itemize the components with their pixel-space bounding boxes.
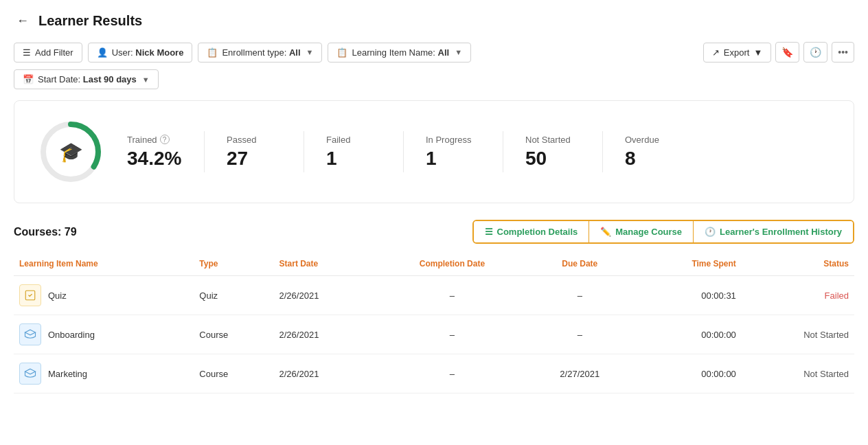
stats-card: 🎓 Trained ? 34.2% Passed 27 Failed 1 In … xyxy=(14,100,854,203)
courses-table: Learning Item Name Type Start Date Compl… xyxy=(14,252,854,393)
chevron-down-icon: ▼ xyxy=(306,48,314,56)
learning-item-icon: 📋 xyxy=(336,47,347,58)
item-status: Failed xyxy=(742,276,854,315)
item-type: Quiz xyxy=(194,276,273,315)
col-time-spent: Time Spent xyxy=(630,252,741,276)
export-button[interactable]: ↗ Export ▼ xyxy=(703,43,771,62)
export-icon: ↗ xyxy=(712,47,720,58)
item-status: Not Started xyxy=(742,354,854,393)
back-button[interactable]: ← xyxy=(14,11,32,31)
overdue-stat: Overdue 8 xyxy=(625,135,680,170)
learning-item-filter-button[interactable]: 📋 Learning Item Name: All ▼ xyxy=(328,43,471,62)
col-learning-item-name: Learning Item Name xyxy=(14,252,194,276)
chevron-down-icon-2: ▼ xyxy=(455,48,462,56)
item-start-date: 2/26/2021 xyxy=(274,354,376,393)
enrollment-icon: 📋 xyxy=(207,47,218,58)
course-icon xyxy=(19,363,41,385)
table-row: Onboarding Course 2/26/2021 – – 00:00:00… xyxy=(14,315,854,354)
item-status: Not Started xyxy=(742,315,854,354)
table-row: Marketing Course 2/26/2021 – 2/27/2021 0… xyxy=(14,354,854,393)
action-buttons-group: ☰ Completion Details ✏️ Manage Course 🕐 … xyxy=(472,220,854,244)
page-title: Learner Results xyxy=(38,13,142,29)
start-date-filter-button[interactable]: 📅 Start Date: Last 90 days ▼ xyxy=(14,69,159,89)
divider-1 xyxy=(204,131,205,172)
item-completion-date: – xyxy=(376,276,529,315)
col-type: Type xyxy=(194,252,273,276)
not-started-stat: Not Started 50 xyxy=(525,135,580,170)
enrollment-type-filter-button[interactable]: 📋 Enrollment type: All ▼ xyxy=(198,43,322,62)
col-start-date: Start Date xyxy=(274,252,376,276)
item-due-date: 2/27/2021 xyxy=(529,354,630,393)
filter-icon: ☰ xyxy=(23,47,31,58)
export-chevron-icon: ▼ xyxy=(753,47,762,58)
clock-history-icon: 🕐 xyxy=(705,227,716,237)
divider-2 xyxy=(304,131,304,172)
history-button[interactable]: 🕐 xyxy=(803,42,827,62)
completion-details-button[interactable]: ☰ Completion Details xyxy=(474,221,590,242)
list-icon: ☰ xyxy=(485,227,493,237)
bookmark-button[interactable]: 🔖 xyxy=(775,42,799,62)
bookmark-icon: 🔖 xyxy=(781,47,793,58)
in-progress-stat: In Progress 1 xyxy=(426,135,481,170)
item-completion-date: – xyxy=(376,354,529,393)
start-date-chevron-icon: ▼ xyxy=(142,76,150,84)
more-options-button[interactable]: ••• xyxy=(832,42,854,62)
divider-3 xyxy=(403,131,404,172)
item-start-date: 2/26/2021 xyxy=(274,315,376,354)
table-row: Quiz Quiz 2/26/2021 – – 00:00:31 Failed xyxy=(14,276,854,315)
item-type: Course xyxy=(194,354,273,393)
courses-count: Courses: 79 xyxy=(14,226,77,238)
passed-stat: Passed 27 xyxy=(227,135,282,170)
item-name-cell: Quiz xyxy=(14,276,194,315)
item-type: Course xyxy=(194,315,273,354)
item-time-spent: 00:00:00 xyxy=(630,315,741,354)
clock-icon: 🕐 xyxy=(810,47,821,58)
divider-4 xyxy=(503,131,503,172)
item-name-cell: Marketing xyxy=(14,354,194,393)
user-filter-button[interactable]: 👤 User: Nick Moore xyxy=(88,43,193,62)
item-name-cell: Onboarding xyxy=(14,315,194,354)
item-due-date: – xyxy=(529,276,630,315)
course-icon xyxy=(19,323,41,345)
enrollment-history-button[interactable]: 🕐 Learner's Enrollment History xyxy=(694,221,853,242)
info-icon[interactable]: ? xyxy=(160,135,170,144)
failed-stat: Failed 1 xyxy=(326,135,381,170)
item-start-date: 2/26/2021 xyxy=(274,276,376,315)
manage-course-button[interactable]: ✏️ Manage Course xyxy=(589,221,694,242)
item-due-date: – xyxy=(529,315,630,354)
col-completion-date: Completion Date xyxy=(376,252,529,276)
add-filter-button[interactable]: ☰ Add Filter xyxy=(14,43,82,62)
item-completion-date: – xyxy=(376,315,529,354)
donut-chart: 🎓 xyxy=(36,117,105,186)
ellipsis-icon: ••• xyxy=(838,47,848,58)
item-time-spent: 00:00:31 xyxy=(630,276,741,315)
col-due-date: Due Date xyxy=(529,252,630,276)
graduation-cap-icon: 🎓 xyxy=(59,141,83,163)
trained-stat: Trained ? 34.2% xyxy=(127,135,182,170)
quiz-icon xyxy=(19,284,41,306)
item-time-spent: 00:00:00 xyxy=(630,354,741,393)
user-icon: 👤 xyxy=(97,47,108,58)
pencil-icon: ✏️ xyxy=(600,227,611,237)
col-status: Status xyxy=(742,252,854,276)
divider-5 xyxy=(602,131,603,172)
calendar-icon: 📅 xyxy=(23,74,34,84)
